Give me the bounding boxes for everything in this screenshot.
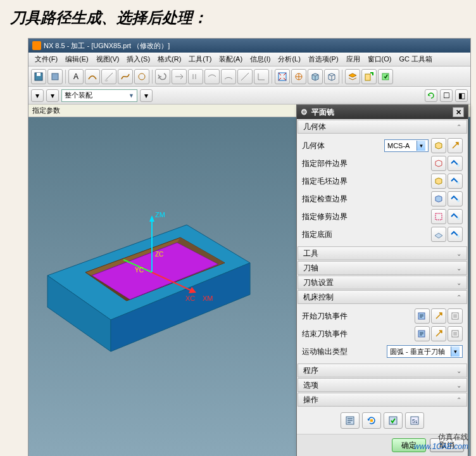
corner-icon[interactable] bbox=[254, 69, 269, 84]
trim-icon[interactable] bbox=[172, 69, 187, 84]
toolbar-separator bbox=[65, 70, 66, 84]
spline-icon[interactable] bbox=[118, 69, 133, 84]
section-machine-control[interactable]: 机床控制 ⌃ bbox=[298, 290, 467, 304]
geometry-label: 几何体 bbox=[302, 141, 384, 151]
svg-text:YC: YC bbox=[135, 267, 144, 274]
select-check-icon[interactable] bbox=[431, 191, 446, 206]
geometry-dropdown[interactable]: MCS-A ▼ bbox=[384, 139, 429, 152]
assembly-filter-combo[interactable]: 整个装配 ▼ bbox=[61, 89, 137, 102]
geometry-body: 几何体 MCS-A ▼ 指定部件边界 指定毛坯边界 bbox=[297, 134, 468, 246]
edit-end-event-icon[interactable] bbox=[415, 326, 430, 341]
select-all-icon[interactable]: ☐ bbox=[440, 89, 453, 102]
shape-icon[interactable] bbox=[134, 69, 149, 84]
layer-icon[interactable] bbox=[345, 69, 360, 84]
svg-point-27 bbox=[457, 182, 460, 184]
section-path-settings[interactable]: 刀轨设置 ⌄ bbox=[298, 276, 467, 289]
snap-icon[interactable]: ▾ bbox=[140, 89, 153, 102]
curve-icon[interactable] bbox=[85, 69, 100, 84]
trim-boundary-label: 指定修剪边界 bbox=[302, 212, 431, 222]
edit-start-event-icon[interactable] bbox=[415, 308, 430, 324]
arc-icon[interactable] bbox=[221, 69, 236, 84]
motion-output-dropdown[interactable]: 圆弧 - 垂直于刀轴 ▼ bbox=[387, 345, 463, 358]
select-part-icon[interactable] bbox=[431, 156, 446, 171]
select-floor-icon[interactable] bbox=[431, 227, 446, 242]
display-check-icon[interactable] bbox=[448, 191, 463, 206]
select-blank-icon[interactable] bbox=[431, 174, 446, 189]
list-start-icon[interactable] bbox=[448, 308, 463, 324]
display-trim-icon[interactable] bbox=[448, 209, 463, 224]
new-geometry-icon[interactable] bbox=[448, 138, 463, 153]
save-button[interactable] bbox=[31, 69, 46, 84]
list-path-icon[interactable]: 5₁ bbox=[405, 412, 424, 429]
menu-preferences[interactable]: 首选项(P) bbox=[304, 54, 342, 64]
display-blank-icon[interactable] bbox=[448, 174, 463, 189]
menu-insert[interactable]: 插入(S) bbox=[123, 54, 154, 64]
svg-text:5₁: 5₁ bbox=[412, 418, 418, 424]
display-floor-icon[interactable] bbox=[448, 227, 463, 242]
orient-view-icon[interactable] bbox=[291, 69, 306, 84]
menu-file[interactable]: 文件(F) bbox=[31, 54, 61, 64]
extend-icon[interactable] bbox=[204, 69, 220, 84]
undo-icon[interactable] bbox=[155, 69, 170, 84]
start-event-label: 开始刀轨事件 bbox=[302, 311, 415, 322]
section-tool[interactable]: 工具 ⌄ bbox=[298, 246, 467, 260]
list-end-icon[interactable] bbox=[448, 326, 463, 341]
chevron-down-icon: ▼ bbox=[416, 141, 425, 151]
selection-filter-icon[interactable]: ▾ bbox=[46, 89, 59, 102]
wrench-end-icon[interactable] bbox=[431, 326, 446, 341]
generate-icon[interactable] bbox=[378, 69, 393, 84]
wireframe-icon[interactable] bbox=[324, 69, 339, 84]
menu-view[interactable]: 视图(V) bbox=[92, 54, 123, 64]
svg-rect-3 bbox=[104, 79, 108, 82]
select-trim-icon[interactable] bbox=[431, 209, 446, 224]
main-toolbar: A bbox=[28, 66, 470, 87]
dialog-titlebar[interactable]: ⚙ 平面铣 ✕ bbox=[297, 105, 468, 119]
menu-edit[interactable]: 编辑(E) bbox=[61, 54, 92, 64]
chevron-up-icon: ⌃ bbox=[456, 396, 461, 403]
nx-app-icon bbox=[32, 41, 41, 50]
wrench-start-icon[interactable] bbox=[431, 308, 446, 324]
planar-mill-dialog: ⚙ 平面铣 ✕ 几何体 ⌃ 几何体 MCS-A ▼ 指定部件边界 指 bbox=[296, 104, 468, 456]
line-icon[interactable] bbox=[237, 69, 253, 84]
generate-path-icon[interactable] bbox=[341, 412, 360, 429]
menu-assembly[interactable]: 装配(A) bbox=[215, 54, 246, 64]
operation-actions: 5₁ bbox=[297, 407, 468, 434]
menu-info[interactable]: 信息(I) bbox=[246, 54, 274, 64]
svg-text:XM: XM bbox=[203, 294, 213, 302]
create-op-icon[interactable] bbox=[361, 69, 377, 84]
section-axis[interactable]: 刀轴 ⌄ bbox=[298, 261, 467, 275]
refresh-icon[interactable] bbox=[425, 89, 437, 102]
section-geometry[interactable]: 几何体 ⌃ bbox=[298, 120, 467, 134]
menu-application[interactable]: 应用 bbox=[342, 54, 364, 64]
menu-analysis[interactable]: 分析(L) bbox=[274, 54, 304, 64]
section-operation[interactable]: 操作 ⌃ bbox=[298, 393, 467, 407]
verify-path-icon[interactable] bbox=[384, 412, 403, 429]
edit-geometry-icon[interactable] bbox=[431, 138, 446, 153]
sketch-icon[interactable] bbox=[101, 69, 116, 84]
annotation-icon[interactable]: A bbox=[68, 69, 84, 84]
svg-text:XC: XC bbox=[185, 294, 195, 302]
offset-icon[interactable] bbox=[188, 69, 203, 84]
replay-path-icon[interactable] bbox=[362, 412, 381, 429]
svg-point-30 bbox=[457, 217, 460, 220]
fit-view-icon[interactable] bbox=[275, 69, 290, 84]
page-heading: 刀具路径生成、选择后处理： bbox=[0, 0, 476, 35]
menu-window[interactable]: 窗口(O) bbox=[364, 54, 396, 64]
menu-gc-toolbox[interactable]: GC 工具箱 bbox=[395, 54, 436, 64]
close-button[interactable]: ✕ bbox=[453, 107, 464, 117]
section-label: 选项 bbox=[303, 380, 318, 391]
menu-format[interactable]: 格式(R) bbox=[154, 54, 185, 64]
filter-icon[interactable]: ▾ bbox=[31, 89, 44, 102]
dropdown-value: 圆弧 - 垂直于刀轴 bbox=[390, 347, 445, 357]
hide-icon[interactable]: ◧ bbox=[455, 89, 468, 102]
box-icon[interactable] bbox=[308, 69, 323, 84]
display-part-icon[interactable] bbox=[448, 156, 463, 171]
check-boundary-label: 指定检查边界 bbox=[302, 194, 431, 205]
svg-point-26 bbox=[457, 164, 460, 167]
svg-text:ZC: ZC bbox=[155, 251, 163, 258]
menu-tools[interactable]: 工具(T) bbox=[185, 54, 215, 64]
section-options[interactable]: 选项 ⌄ bbox=[298, 378, 467, 392]
combo-value: 整个装配 bbox=[65, 91, 92, 100]
shaded-button[interactable] bbox=[47, 69, 63, 84]
section-program[interactable]: 程序 ⌄ bbox=[298, 364, 467, 377]
